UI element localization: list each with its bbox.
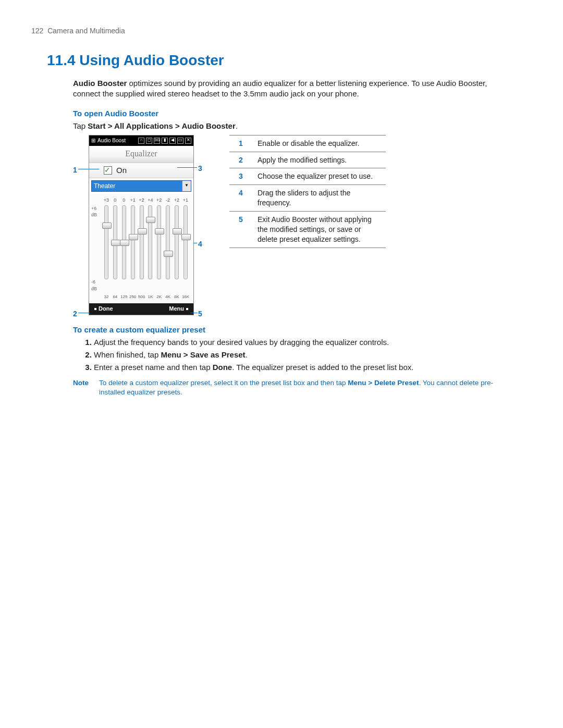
subheading-create-preset: To create a custom equalizer preset [73, 325, 532, 335]
list-item: Adjust the frequency bands to your desir… [94, 337, 511, 348]
app-screenshot: ⊞ Audio Boost ∩ ◻ 3G ▮ ◀ ▭ ✕ Equalizer O… [89, 135, 194, 315]
subheading-open: To open Audio Booster [73, 108, 532, 119]
softkey-bar: Done Menu [89, 303, 193, 315]
headphones-icon: ∩ [138, 138, 144, 144]
equalizer-toggle-row[interactable]: On [89, 163, 193, 178]
eq-slider[interactable]: 064 [112, 205, 119, 292]
callout-3: 3 [198, 164, 202, 174]
note: Note To delete a custom equalizer preset… [73, 378, 511, 397]
check-icon [104, 166, 112, 175]
equalizer-title: Equalizer [89, 146, 193, 163]
table-row: 3Choose the equalizer preset to use. [229, 168, 386, 185]
figure-with-callouts: 1 3 4 2 5 ⊞ Audio Boost ∩ ◻ 3G ▮ ◀ ▭ ✕ [73, 135, 209, 315]
intro-paragraph: Audio Booster optimizes sound by providi… [73, 78, 511, 100]
eq-slider[interactable]: +28K [173, 205, 180, 292]
callout-description-table: 1Enable or disable the equalizer.2Apply … [229, 135, 386, 248]
eq-slider[interactable]: -24K [164, 205, 172, 292]
callout-1: 1 [73, 165, 77, 175]
steps-list: Adjust the frequency bands to your desir… [83, 337, 511, 373]
task-icon: ◻ [146, 138, 152, 144]
windows-start-icon: ⊞ [91, 137, 95, 144]
chapter-name: Camera and Multimedia [47, 27, 125, 35]
list-item: When finished, tap Menu > Save as Preset… [94, 350, 511, 360]
page-number: 122 [31, 27, 43, 35]
eq-slider[interactable]: +1250 [129, 205, 137, 292]
eq-slider[interactable]: +116K [182, 205, 189, 292]
table-row: 2Apply the modified settings. [229, 152, 386, 168]
eq-slider[interactable]: +41K [146, 205, 154, 292]
eq-slider[interactable]: +2500 [138, 205, 145, 292]
page-header: 122 Camera and Multimedia [31, 26, 532, 36]
menu-softkey[interactable]: Menu [169, 305, 190, 313]
note-label: Note [73, 378, 99, 397]
list-item: Enter a preset name and then tap Done. T… [94, 362, 511, 373]
network-3g-icon: 3G [154, 138, 160, 144]
done-softkey[interactable]: Done [92, 305, 113, 313]
table-row: 5Exit Audio Booster without applying the… [229, 212, 386, 248]
callout-5: 5 [198, 309, 202, 319]
table-row: 1Enable or disable the equalizer. [229, 135, 386, 152]
preset-dropdown[interactable]: Theater ▼ [91, 180, 191, 192]
section-heading: 11.4 Using Audio Booster [47, 51, 532, 70]
on-label: On [116, 165, 127, 176]
preset-value: Theater [94, 182, 115, 190]
battery-icon: ▭ [177, 138, 183, 144]
table-row: 4Drag the sliders to adjust the frequenc… [229, 185, 386, 212]
app-titlebar: ⊞ Audio Boost ∩ ◻ 3G ▮ ◀ ▭ ✕ [89, 135, 193, 146]
intro-lead: Audio Booster [73, 79, 127, 88]
eq-slider[interactable]: 0125 [120, 205, 128, 292]
chevron-down-icon: ▼ [182, 181, 191, 191]
close-icon: ✕ [185, 138, 191, 144]
callout-2: 2 [73, 309, 77, 319]
eq-slider[interactable]: +332 [103, 205, 110, 292]
intro-rest: optimizes sound by providing an audio eq… [73, 79, 487, 98]
tap-instruction: Tap Start > All Applications > Audio Boo… [73, 121, 532, 131]
note-text: To delete a custom equalizer preset, sel… [99, 378, 511, 397]
eq-slider[interactable]: +22K [155, 205, 163, 292]
signal-icon: ▮ [162, 138, 168, 144]
callout-4: 4 [198, 239, 202, 249]
db-bottom-label: -6 dB [91, 279, 97, 291]
app-titlebar-text: Audio Boost [97, 137, 126, 144]
volume-icon: ◀ [169, 138, 176, 144]
equalizer-area: +6 dB -6 dB +3320640125+1250+2500+41K+22… [89, 194, 193, 303]
db-top-label: +6 dB [91, 205, 97, 218]
